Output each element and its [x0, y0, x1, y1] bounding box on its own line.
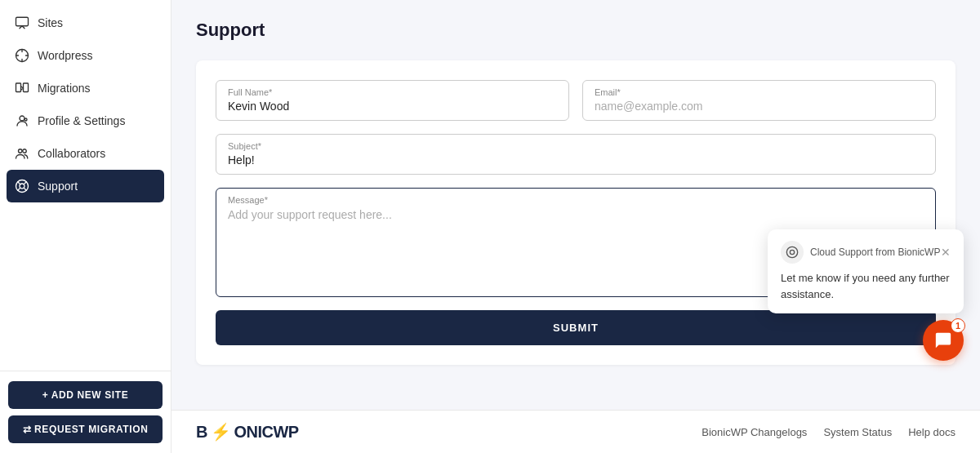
svg-point-7 [23, 149, 27, 153]
chat-popup-title: Cloud Support from BionicWP [810, 246, 941, 258]
full-name-field[interactable]: Full Name* Kevin Wood [216, 80, 569, 121]
chat-popup-message: Let me know if you need any further assi… [781, 270, 951, 302]
svg-point-6 [19, 149, 23, 153]
message-label: Message* [228, 195, 924, 205]
sidebar-nav: Sites Wordpress Migrations [0, 0, 171, 371]
svg-line-11 [24, 188, 26, 190]
footer-logo: B ⚡ ONICWP [196, 422, 299, 442]
sidebar-item-sites[interactable]: Sites [0, 7, 171, 39]
main-content: Support Full Name* Kevin Wood Email* nam… [172, 0, 980, 453]
request-migration-button[interactable]: ⇄ REQUEST MIGRATION [8, 415, 163, 443]
sidebar-item-profile-label: Profile & Settings [38, 114, 125, 127]
wordpress-icon [15, 48, 29, 63]
full-name-value: Kevin Wood [228, 100, 289, 113]
sidebar-item-wordpress-label: Wordpress [38, 49, 92, 62]
sidebar-item-support-label: Support [38, 180, 78, 193]
chat-popup: Cloud Support from BionicWP ✕ Let me kno… [768, 229, 964, 313]
sidebar-item-collaborators-label: Collaborators [38, 147, 105, 160]
email-label: Email* [595, 87, 924, 97]
chat-widget: Cloud Support from BionicWP ✕ Let me kno… [768, 229, 964, 361]
email-placeholder: name@example.com [595, 100, 703, 113]
svg-point-15 [790, 250, 794, 254]
sidebar-item-wordpress[interactable]: Wordpress [0, 39, 171, 72]
sidebar-item-migrations-label: Migrations [38, 82, 91, 95]
sidebar-item-support[interactable]: Support [7, 170, 164, 202]
subject-label: Subject* [228, 141, 924, 151]
form-row-subject: Subject* Help! [216, 134, 936, 175]
svg-point-4 [20, 116, 24, 121]
footer-link-help[interactable]: Help docs [908, 426, 956, 438]
chat-badge: 1 [951, 318, 965, 333]
svg-line-10 [18, 182, 20, 184]
main-footer: B ⚡ ONICWP BionicWP Changelogs System St… [172, 410, 980, 453]
footer-link-changelogs[interactable]: BionicWP Changelogs [702, 426, 807, 438]
monitor-icon [15, 16, 29, 30]
chat-fab-button[interactable]: 1 [923, 320, 964, 361]
email-field[interactable]: Email* name@example.com [582, 80, 936, 121]
chat-close-icon[interactable]: ✕ [941, 246, 951, 258]
logo-b: B [196, 423, 207, 442]
sidebar-item-collaborators[interactable]: Collaborators [0, 137, 171, 170]
chat-support-icon [781, 241, 804, 264]
svg-rect-0 [16, 17, 29, 26]
footer-links: BionicWP Changelogs System Status Help d… [702, 426, 956, 438]
svg-rect-3 [24, 83, 29, 92]
page-title: Support [196, 20, 956, 41]
sidebar-footer: + ADD NEW SITE ⇄ REQUEST MIGRATION [0, 371, 171, 453]
profile-icon [15, 113, 29, 128]
sidebar-item-migrations[interactable]: Migrations [0, 72, 171, 104]
svg-rect-2 [16, 83, 21, 92]
logo-rest: ONICWP [234, 423, 298, 442]
subject-field[interactable]: Subject* Help! [216, 134, 936, 175]
sidebar-item-sites-label: Sites [38, 16, 63, 29]
full-name-label: Full Name* [228, 87, 557, 97]
add-new-site-button[interactable]: + ADD NEW SITE [8, 381, 163, 409]
sidebar-item-profile[interactable]: Profile & Settings [0, 104, 171, 137]
footer-link-status[interactable]: System Status [823, 426, 892, 438]
support-icon [15, 179, 29, 193]
chat-popup-header: Cloud Support from BionicWP ✕ [781, 241, 951, 264]
bottom-area: Cloud Support from BionicWP ✕ Let me kno… [172, 384, 980, 410]
form-row-name-email: Full Name* Kevin Wood Email* name@exampl… [216, 80, 936, 121]
migrations-icon [15, 81, 29, 95]
svg-line-12 [24, 182, 26, 184]
sidebar: Sites Wordpress Migrations [0, 0, 172, 453]
svg-line-13 [18, 188, 20, 190]
svg-point-14 [786, 246, 797, 257]
logo-bolt: ⚡ [211, 422, 231, 442]
subject-value: Help! [228, 153, 255, 167]
svg-point-5 [24, 118, 27, 121]
collaborators-icon [15, 146, 29, 161]
